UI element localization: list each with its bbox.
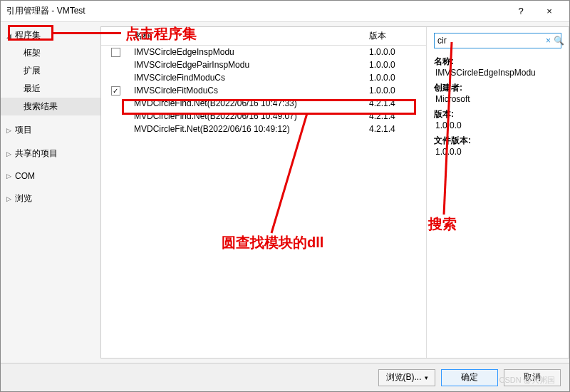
list-area: 名称 版本 IMVSCircleEdgeInspModu1.0.0.0IMVSC…: [101, 27, 426, 358]
anno-box-assembly: [8, 25, 53, 41]
detail-name-label: 名称:: [434, 56, 561, 68]
search-input[interactable]: [437, 36, 544, 46]
chevron-right-icon: ▷: [6, 127, 12, 134]
detail-filever: 1.0.0.0: [435, 147, 561, 157]
sidebar-group[interactable]: ▷项目: [1, 121, 100, 139]
clear-icon[interactable]: ×: [544, 36, 552, 46]
sidebar-group[interactable]: ▷COM: [1, 168, 100, 184]
table-row[interactable]: MVDCircleFit.Net(B2022/06/16 10:49:12)4.…: [101, 123, 426, 135]
help-button[interactable]: ?: [507, 1, 535, 22]
dialog-window: 引用管理器 - VMTest ? × ◢ 程序集 框架扩展最近搜索结果 ▷项目▷…: [0, 0, 570, 392]
sidebar-item[interactable]: 搜索结果: [1, 98, 100, 115]
search-box[interactable]: × 🔍: [434, 33, 561, 48]
browse-button[interactable]: 浏览(B)...▾: [378, 369, 435, 386]
window-title: 引用管理器 - VMTest: [6, 5, 507, 17]
footer: 浏览(B)...▾ 确定 取消: [1, 363, 569, 391]
anno-click-assembly: 点击程序集: [125, 24, 197, 43]
search-icon[interactable]: 🔍: [552, 36, 566, 46]
col-version[interactable]: 版本: [369, 30, 426, 42]
anno-line: [53, 32, 121, 34]
detail-author-label: 创建者:: [434, 82, 561, 94]
sidebar-item[interactable]: 框架: [1, 44, 100, 62]
table-row[interactable]: IMVSCircleEdgePairInspModu1.0.0.0: [101, 58, 426, 71]
detail-name: IMVSCircleEdgeInspModu: [435, 68, 561, 78]
chevron-right-icon: ▷: [6, 172, 12, 180]
detail-filever-label: 文件版本:: [434, 135, 561, 147]
detail-ver-label: 版本:: [434, 108, 561, 120]
anno-dll: 圆查找模块的dll: [222, 233, 323, 252]
close-button[interactable]: ×: [535, 1, 564, 22]
chevron-right-icon: ▷: [6, 195, 12, 202]
sidebar: ◢ 程序集 框架扩展最近搜索结果 ▷项目▷共享的项目▷COM▷浏览: [1, 22, 100, 363]
checkbox[interactable]: ✓: [111, 86, 120, 96]
table-row[interactable]: ✓IMVSCircleFitModuCs1.0.0.0: [101, 84, 426, 97]
chevron-down-icon: ▾: [425, 374, 428, 381]
sidebar-group[interactable]: ▷共享的项目: [1, 145, 100, 163]
dialog-body: ◢ 程序集 框架扩展最近搜索结果 ▷项目▷共享的项目▷COM▷浏览 名称 版本 …: [1, 22, 569, 363]
sidebar-group[interactable]: ▷浏览: [1, 190, 100, 207]
details-panel: × 🔍 名称: IMVSCircleEdgeInspModu 创建者: Micr…: [426, 27, 569, 358]
rows-container: IMVSCircleEdgeInspModu1.0.0.0IMVSCircleE…: [101, 46, 426, 358]
detail-author: Microsoft: [435, 94, 561, 104]
table-row[interactable]: IMVSCircleFindModuCs1.0.0.0: [101, 71, 426, 84]
main-panel: 名称 版本 IMVSCircleEdgeInspModu1.0.0.0IMVSC…: [100, 26, 569, 359]
anno-box-row: [122, 99, 416, 115]
titlebar: 引用管理器 - VMTest ? ×: [1, 1, 569, 22]
anno-search: 搜索: [428, 215, 457, 234]
checkbox[interactable]: [111, 48, 120, 57]
table-row[interactable]: IMVSCircleEdgeInspModu1.0.0.0: [101, 46, 426, 58]
sidebar-item[interactable]: 最近: [1, 80, 100, 98]
ok-button[interactable]: 确定: [441, 369, 498, 386]
sidebar-item[interactable]: 扩展: [1, 62, 100, 80]
chevron-right-icon: ▷: [6, 150, 12, 158]
detail-ver: 1.0.0.0: [435, 120, 561, 130]
cancel-button[interactable]: 取消: [504, 369, 561, 386]
